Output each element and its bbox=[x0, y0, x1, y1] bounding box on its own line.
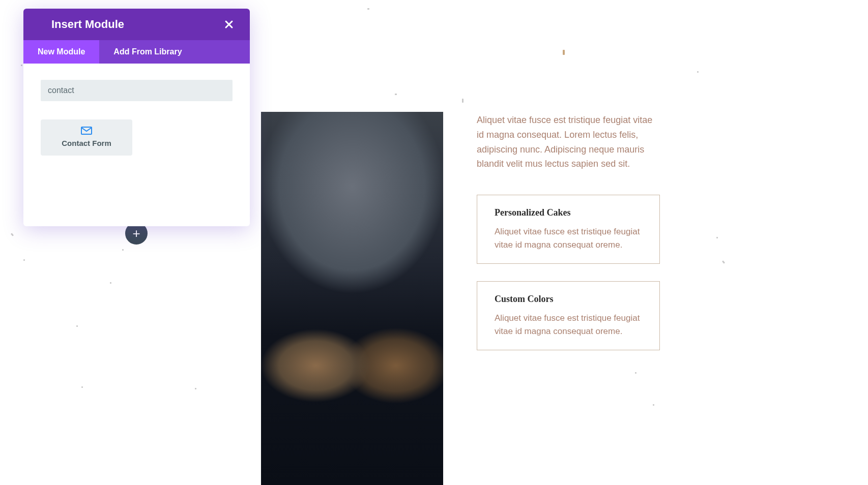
card-custom-colors: Custom Colors Aliquet vitae fusce est tr… bbox=[477, 281, 660, 350]
module-contact-form[interactable]: Contact Form bbox=[41, 119, 132, 156]
bg-speck bbox=[635, 372, 636, 374]
bg-speck bbox=[697, 71, 699, 73]
card-body: Aliquet vitae fusce est tristique feugia… bbox=[495, 312, 642, 338]
tab-add-from-library[interactable]: Add From Library bbox=[99, 40, 196, 64]
modal-title: Insert Module bbox=[51, 18, 124, 31]
bg-speck bbox=[23, 259, 25, 261]
insert-module-modal: Insert Module New Module Add From Librar… bbox=[23, 9, 250, 226]
card-title: Personalized Cakes bbox=[495, 207, 642, 218]
module-grid: Contact Form bbox=[41, 119, 233, 156]
bg-speck bbox=[110, 282, 111, 284]
card-title: Custom Colors bbox=[495, 294, 642, 305]
modal-header: Insert Module bbox=[23, 9, 250, 40]
content-column: Aliquet vitae fusce est tristique feugia… bbox=[477, 113, 660, 350]
card-body: Aliquet vitae fusce est tristique feugia… bbox=[495, 225, 642, 251]
modal-tabs: New Module Add From Library bbox=[23, 40, 250, 64]
module-search-input[interactable] bbox=[41, 80, 233, 101]
bg-speck bbox=[716, 237, 718, 238]
bg-speck bbox=[122, 249, 124, 251]
tab-new-module[interactable]: New Module bbox=[23, 40, 99, 64]
bg-speck bbox=[722, 260, 725, 264]
bg-speck bbox=[76, 325, 78, 327]
close-icon bbox=[224, 19, 234, 29]
modal-body: Contact Form bbox=[23, 64, 250, 226]
mail-icon bbox=[46, 127, 127, 135]
bg-speck bbox=[653, 404, 654, 406]
bg-speck bbox=[367, 8, 369, 10]
bg-speck bbox=[11, 233, 14, 236]
bg-speck bbox=[563, 50, 565, 55]
bg-speck bbox=[395, 94, 397, 95]
bg-speck bbox=[195, 388, 196, 389]
bg-speck bbox=[462, 99, 464, 103]
hero-image bbox=[261, 112, 443, 485]
close-button[interactable] bbox=[223, 19, 235, 30]
bg-speck bbox=[81, 386, 83, 388]
card-personalized-cakes: Personalized Cakes Aliquet vitae fusce e… bbox=[477, 195, 660, 264]
plus-icon: + bbox=[132, 227, 140, 240]
module-label: Contact Form bbox=[46, 139, 127, 147]
intro-text: Aliquet vitae fusce est tristique feugia… bbox=[477, 113, 660, 171]
bg-speck bbox=[21, 65, 22, 66]
